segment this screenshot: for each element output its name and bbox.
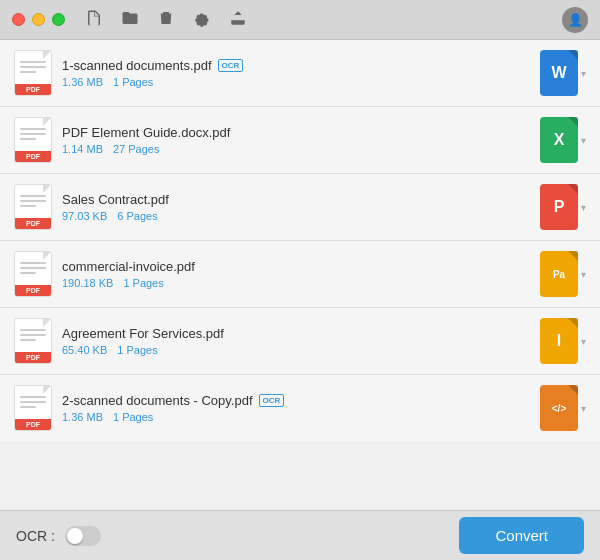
file-item: PDF2-scanned documents - Copy.pdfOCR1.36…: [0, 375, 600, 441]
chevron-right-icon: ▾: [581, 269, 586, 280]
file-name: commercial-invoice.pdf: [62, 259, 195, 274]
file-name: 1-scanned documents.pdf: [62, 58, 212, 73]
file-pages[interactable]: 27 Pages: [113, 143, 159, 155]
file-pages[interactable]: 1 Pages: [113, 411, 153, 423]
avatar-area: 👤: [562, 7, 588, 33]
file-size: 1.36 MB: [62, 76, 103, 88]
file-size: 190.18 KB: [62, 277, 113, 289]
minimize-button[interactable]: [32, 13, 45, 26]
close-button[interactable]: [12, 13, 25, 26]
file-pages[interactable]: 1 Pages: [117, 344, 157, 356]
file-name: PDF Element Guide.docx.pdf: [62, 125, 230, 140]
upload-icon[interactable]: [229, 9, 247, 31]
chevron-right-icon: ▾: [581, 68, 586, 79]
pdf-icon: PDF: [14, 50, 52, 96]
output-format-icon[interactable]: </>: [540, 385, 578, 431]
output-format-icon[interactable]: P: [540, 184, 578, 230]
toolbar: [85, 9, 247, 31]
maximize-button[interactable]: [52, 13, 65, 26]
file-info: PDF Element Guide.docx.pdf1.14 MB27 Page…: [62, 125, 540, 155]
file-name: Sales Contract.pdf: [62, 192, 169, 207]
file-info: Sales Contract.pdf97.03 KB6 Pages: [62, 192, 540, 222]
ocr-toggle[interactable]: [65, 526, 101, 546]
file-item: PDFcommercial-invoice.pdf190.18 KB1 Page…: [0, 241, 600, 308]
output-format-icon[interactable]: I: [540, 318, 578, 364]
file-size: 97.03 KB: [62, 210, 107, 222]
file-item: PDF1-scanned documents.pdfOCR1.36 MB1 Pa…: [0, 40, 600, 107]
pdf-icon: PDF: [14, 318, 52, 364]
chevron-right-icon: ▾: [581, 403, 586, 414]
file-name: 2-scanned documents - Copy.pdf: [62, 393, 253, 408]
ocr-label: OCR :: [16, 528, 55, 544]
delete-icon[interactable]: [157, 9, 175, 31]
file-item: PDFAgreement For Services.pdf65.40 KB1 P…: [0, 308, 600, 375]
file-info: 1-scanned documents.pdfOCR1.36 MB1 Pages: [62, 58, 540, 88]
file-pages[interactable]: 6 Pages: [117, 210, 157, 222]
traffic-lights: [12, 13, 65, 26]
new-file-icon[interactable]: [85, 9, 103, 31]
chevron-right-icon: ▾: [581, 336, 586, 347]
file-size: 1.36 MB: [62, 411, 103, 423]
file-info: 2-scanned documents - Copy.pdfOCR1.36 MB…: [62, 393, 540, 423]
pdf-icon: PDF: [14, 385, 52, 431]
file-item: PDFSales Contract.pdf97.03 KB6 PagesP▾: [0, 174, 600, 241]
file-list: PDF1-scanned documents.pdfOCR1.36 MB1 Pa…: [0, 40, 600, 510]
settings-icon[interactable]: [193, 9, 211, 31]
file-size: 1.14 MB: [62, 143, 103, 155]
chevron-right-icon: ▾: [581, 135, 586, 146]
file-pages[interactable]: 1 Pages: [113, 76, 153, 88]
pdf-icon: PDF: [14, 251, 52, 297]
pdf-icon: PDF: [14, 184, 52, 230]
output-format-icon[interactable]: X: [540, 117, 578, 163]
pdf-icon: PDF: [14, 117, 52, 163]
ocr-badge: OCR: [259, 394, 285, 407]
file-info: Agreement For Services.pdf65.40 KB1 Page…: [62, 326, 540, 356]
file-info: commercial-invoice.pdf190.18 KB1 Pages: [62, 259, 540, 289]
file-size: 65.40 KB: [62, 344, 107, 356]
file-item: PDFPDF Element Guide.docx.pdf1.14 MB27 P…: [0, 107, 600, 174]
bottom-bar: OCR : Convert: [0, 510, 600, 560]
chevron-right-icon: ▾: [581, 202, 586, 213]
file-name: Agreement For Services.pdf: [62, 326, 224, 341]
convert-button[interactable]: Convert: [459, 517, 584, 554]
open-folder-icon[interactable]: [121, 9, 139, 31]
file-pages[interactable]: 1 Pages: [123, 277, 163, 289]
title-bar: 👤: [0, 0, 600, 40]
output-format-icon[interactable]: Pa: [540, 251, 578, 297]
output-format-icon[interactable]: W: [540, 50, 578, 96]
avatar: 👤: [562, 7, 588, 33]
ocr-badge: OCR: [218, 59, 244, 72]
